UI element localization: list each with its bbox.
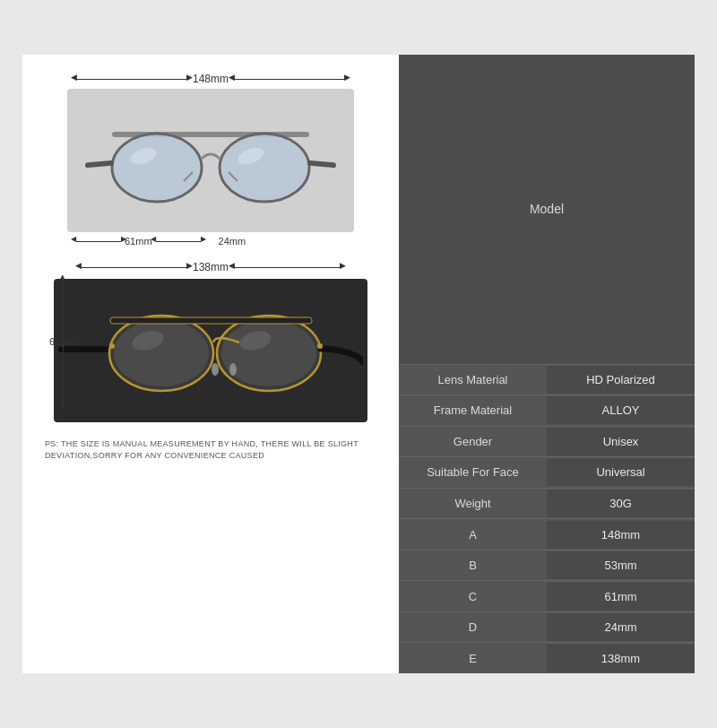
spec-row: Lens Material HD Polarized [399, 365, 695, 396]
spec-value: HD Polarized [547, 366, 695, 394]
svg-point-14 [114, 320, 209, 386]
spec-row: Frame Material ALLOY [399, 395, 695, 427]
138mm-measurement: 138mm [40, 261, 381, 273]
spec-value: ALLOY [547, 396, 695, 424]
svg-point-18 [212, 363, 219, 376]
svg-rect-6 [307, 160, 336, 168]
glasses-side-view [54, 279, 367, 422]
small-measurements: 61mm 24mm [67, 236, 354, 247]
glasses-top-svg [76, 91, 345, 230]
spec-value: 148mm [547, 521, 695, 549]
glasses-top-view [67, 89, 354, 232]
spec-value: 53mm [547, 551, 695, 579]
svg-rect-17 [110, 317, 312, 324]
product-spec-container: 148mm [22, 55, 695, 673]
measurement-note: PS: THE SIZE IS MANUAL MEASUREMENT BY HA… [40, 438, 381, 461]
148mm-arrow-line [76, 79, 187, 80]
spec-label: C [399, 583, 547, 611]
spec-label: B [399, 551, 547, 579]
spec-row: D 24mm [399, 612, 695, 644]
148mm-arrow: 148mm [76, 73, 345, 85]
138mm-arrow: 138mm [81, 261, 341, 273]
specs-panel: Model Lens Material HD Polarized Frame M… [399, 55, 695, 673]
148mm-label: 148mm [187, 73, 234, 85]
top-measurement: 148mm [40, 73, 381, 252]
24mm-label: 24mm [219, 236, 246, 247]
148mm-arrow-line-right [234, 79, 345, 80]
spec-label: Frame Material [399, 396, 547, 424]
vert-line-bottom [63, 347, 64, 404]
svg-point-19 [229, 363, 237, 376]
spec-row: B 53mm [399, 550, 695, 582]
spec-label: Suitable For Face [399, 458, 547, 486]
spec-row: Weight 30G [399, 489, 695, 520]
spec-label: Gender [399, 428, 547, 455]
61mm-line [76, 241, 121, 242]
spec-row: E 138mm [399, 643, 695, 673]
spec-value: 61mm [547, 583, 695, 611]
spec-row: A 148mm [399, 519, 695, 550]
spec-label: E [399, 645, 547, 672]
vert-line [63, 279, 64, 336]
spec-label: D [399, 613, 547, 641]
61mm-arrow: 61mm [76, 236, 201, 247]
spec-label: Lens Material [399, 366, 547, 394]
glasses-side-container: 61mm [54, 279, 367, 431]
138mm-label: 138mm [187, 261, 234, 273]
svg-rect-5 [85, 160, 114, 168]
138mm-line-left [81, 267, 187, 268]
61mm-line-right [156, 241, 201, 242]
svg-point-20 [109, 343, 115, 349]
spec-value: Universal [547, 458, 695, 486]
spec-row: Gender Unisex [399, 427, 695, 458]
spec-row: Suitable For Face Universal [399, 457, 695, 489]
spec-header-row: Model [399, 55, 695, 365]
138mm-line-right [234, 267, 341, 268]
svg-point-21 [317, 343, 323, 349]
spec-header-label: Model [523, 195, 571, 223]
glasses-side-svg [58, 282, 363, 420]
spec-rows: Lens Material HD Polarized Frame Materia… [399, 365, 695, 674]
spec-value: Unisex [547, 428, 695, 455]
svg-point-16 [221, 320, 316, 386]
spec-value: 30G [547, 490, 695, 517]
spec-value: 24mm [547, 613, 695, 641]
dimensions-panel: 148mm [22, 55, 399, 673]
spec-value: 138mm [547, 645, 695, 672]
spec-label: Weight [399, 490, 547, 517]
spec-label: A [399, 521, 547, 549]
side-61mm-arrow: 61mm [49, 279, 77, 404]
spec-row: C 61mm [399, 581, 695, 612]
